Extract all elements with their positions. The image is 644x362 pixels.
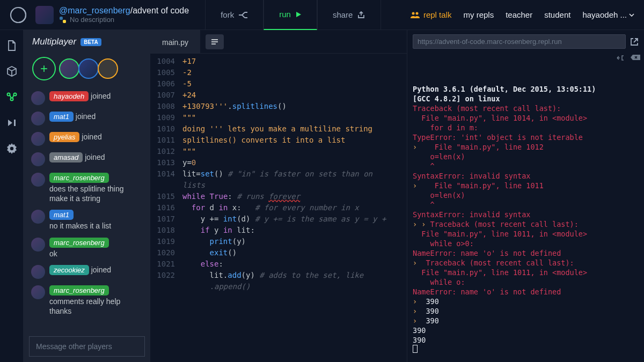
nav-my-repls[interactable]: my repls — [463, 10, 494, 19]
code-line[interactable]: print(y) — [182, 236, 407, 247]
code-line[interactable]: .append() — [182, 281, 407, 292]
console-line: for d in m: — [413, 123, 639, 132]
feed-action: joined — [89, 92, 111, 100]
user-pill[interactable]: marc_rosenberg — [49, 285, 109, 295]
code-line[interactable]: exit() — [182, 247, 407, 258]
code-line[interactable]: y=0 — [182, 157, 407, 168]
user-pill[interactable]: amasad — [49, 152, 83, 162]
svg-point-3 — [412, 12, 414, 14]
repl-url-input[interactable]: https://advent-of-code.marc-rosenberg.re… — [413, 34, 626, 49]
feed-action: joined — [79, 132, 101, 141]
feed-avatar — [31, 285, 45, 299]
feed-item: pyelias joined — [29, 129, 145, 149]
share-button[interactable]: share — [317, 0, 382, 30]
console-line: › 390 — [413, 297, 639, 306]
code-line[interactable]: -5 — [182, 78, 407, 90]
debugger-icon[interactable] — [6, 117, 18, 129]
console-line: › File "main.py", line 1012 — [413, 142, 639, 152]
feed-message: comments really help thanks — [49, 297, 143, 316]
code-line[interactable]: """ — [182, 112, 407, 123]
editor-panel: main.py 10041005100610071008100910101011… — [150, 30, 407, 362]
code-line[interactable]: while True: # runs forever — [182, 191, 407, 202]
nav-repl-talk[interactable]: repl talk — [411, 10, 452, 19]
packages-icon[interactable] — [6, 65, 18, 77]
feed-avatar — [31, 132, 45, 146]
feed-avatar — [31, 91, 45, 105]
code-line[interactable]: +130793'''.splitlines() — [182, 101, 407, 112]
code-line[interactable]: +17 — [182, 56, 407, 67]
code-editor[interactable]: 1004100510061007100810091010101110121013… — [150, 54, 407, 362]
nav-teacher[interactable]: teacher — [506, 10, 532, 19]
beta-badge: BETA — [80, 38, 101, 46]
text-icon — [210, 38, 219, 46]
feed-action: joined — [83, 153, 105, 161]
user-menu[interactable]: hayaodeh ... — [582, 10, 634, 19]
console-line: while o>0: — [413, 239, 639, 248]
console-expand-icon[interactable] — [616, 54, 625, 62]
project-owner[interactable]: @marc_rosenberg — [59, 6, 130, 15]
side-rail — [0, 30, 24, 362]
message-input[interactable]: Message other players — [29, 336, 145, 357]
console-line: File "main.py", line 1014, in <module> — [413, 113, 639, 123]
files-icon[interactable] — [6, 40, 18, 51]
feed-item: zecookiez joined — [29, 262, 145, 282]
nav-student[interactable]: student — [544, 10, 570, 19]
console-line: TypeError: 'int' object is not iterable — [413, 132, 639, 142]
console-line: ^ — [413, 200, 639, 210]
console-output[interactable]: Python 3.6.1 (default, Dec 2015, 13:05:1… — [407, 53, 644, 362]
console-line: 390 — [413, 326, 639, 335]
run-button[interactable]: run — [264, 0, 317, 30]
console-line: › 390 — [413, 316, 639, 326]
player-avatar[interactable] — [78, 58, 99, 79]
multiplayer-icon[interactable] — [6, 91, 18, 103]
fork-button[interactable]: fork — [205, 0, 264, 30]
console-line: o=len(x) — [413, 152, 639, 161]
user-pill[interactable]: mat1 — [49, 112, 74, 122]
player-avatar[interactable] — [98, 58, 118, 79]
file-tab[interactable]: main.py — [150, 30, 200, 54]
people-icon — [411, 11, 420, 19]
feed-item: marc_rosenbergcomments really help thank… — [29, 282, 145, 319]
player-avatar[interactable] — [59, 58, 79, 79]
console-line: › Traceback (most recent call last): — [413, 258, 639, 268]
code-line[interactable]: if y in lit: — [182, 225, 407, 236]
replit-logo[interactable] — [9, 5, 28, 25]
python-icon — [59, 16, 67, 24]
code-line[interactable]: lit.add(y) # adds to the set, like — [182, 270, 407, 281]
console-line: SyntaxError: invalid syntax — [413, 171, 639, 181]
code-line[interactable]: else: — [182, 258, 407, 270]
console-clear-icon[interactable] — [630, 54, 641, 62]
code-line[interactable]: y += int(d) # y += is the same as y = y … — [182, 213, 407, 225]
code-line[interactable]: doing ''' lets you make a multiline stri… — [182, 123, 407, 135]
tab-options-button[interactable] — [206, 34, 224, 49]
feed-avatar — [31, 152, 45, 166]
settings-icon[interactable] — [6, 143, 18, 154]
code-line[interactable]: """ — [182, 146, 407, 157]
multiplayer-title: Multiplayer — [32, 36, 76, 47]
console-line: › › Traceback (most recent call last): — [413, 219, 639, 229]
console-panel: https://advent-of-code.marc-rosenberg.re… — [407, 30, 644, 362]
feed-action: joined — [89, 265, 111, 274]
open-external-icon[interactable] — [630, 38, 639, 46]
user-pill[interactable]: zecookiez — [49, 265, 89, 275]
feed-item: mat1 joined — [29, 108, 145, 129]
user-pill[interactable]: hayaodeh — [49, 91, 89, 101]
user-pill[interactable]: marc_rosenberg — [49, 173, 109, 183]
console-line: [GCC 4.8.2] on linux — [413, 94, 639, 104]
console-line: 390 — [413, 335, 639, 345]
user-pill[interactable]: marc_rosenberg — [49, 238, 109, 248]
add-player-button[interactable]: + — [32, 57, 56, 80]
play-icon — [295, 11, 302, 18]
code-line[interactable]: +24 — [182, 90, 407, 101]
svg-rect-2 — [63, 20, 66, 23]
feed-item: amasad joined — [29, 149, 145, 169]
code-line[interactable]: splitlines() converts it into a list — [182, 135, 407, 146]
code-line[interactable]: for d in x: # for every number in x — [182, 202, 407, 213]
code-line[interactable]: lists — [182, 180, 407, 191]
svg-rect-1 — [60, 17, 63, 20]
user-pill[interactable]: mat1 — [49, 210, 74, 220]
multiplayer-panel: Multiplayer BETA + hayaodeh joinedmat1 j… — [24, 30, 150, 362]
user-pill[interactable]: pyelias — [49, 132, 79, 142]
code-line[interactable]: lit=set() # "in" is faster on sets than … — [182, 168, 407, 180]
code-line[interactable]: -2 — [182, 67, 407, 78]
